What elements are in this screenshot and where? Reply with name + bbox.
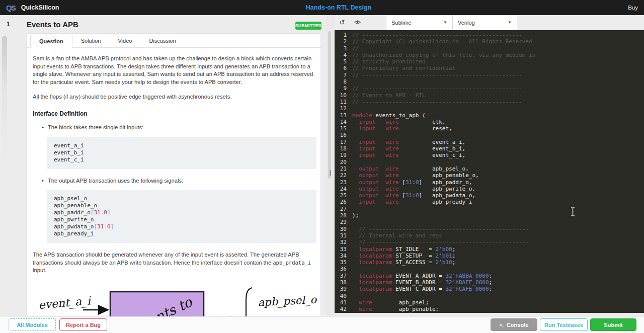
flops-note: All the flops (if any) should be positiv… [33, 93, 316, 101]
resizer-grip-icon: ••• [330, 170, 331, 176]
code-line[interactable]: 33 localparam ST_IDLE = 2'b00; [335, 246, 644, 253]
code-line[interactable]: 20 [335, 159, 644, 165]
code-line[interactable]: 35 localparam ST_ACCESS = 2'b10; [335, 259, 644, 266]
theme-select[interactable]: Sublime▼ [386, 15, 452, 30]
code-line[interactable]: 30 // ----------------------------------… [335, 226, 644, 232]
code-line[interactable]: 21 output wire apb_psel_o, [335, 165, 644, 172]
code-line[interactable]: 13module events_to_apb ( [335, 112, 644, 119]
interface-list-2: The output APB transaction uses the foll… [42, 177, 316, 185]
panel-resizer-thumb[interactable] [328, 31, 331, 179]
code-line[interactable]: 15 input wire reset, [335, 125, 644, 132]
console-button[interactable]: >_Console [491, 318, 537, 331]
code-line[interactable]: 19 input wire event_c_i, [335, 152, 644, 158]
code-line[interactable]: 5// strictly prohibited [335, 58, 644, 65]
signal-name: event_a_i [54, 142, 309, 149]
code-line[interactable]: 22 output wire apb_penable_o, [335, 172, 644, 179]
code-line[interactable]: 10// Events to APB - RTL [335, 92, 644, 99]
code-line[interactable]: 3// [335, 45, 644, 52]
code-line[interactable]: 2// Copyright (C) quicksilicon.io - All … [335, 38, 644, 45]
footer-bar: All Modules Report a Bug >_Console Run T… [0, 317, 644, 333]
block-diagram-svg: event_a_i event_b_i event_c_i Events to … [33, 282, 321, 317]
question-content: Sam is a fan of the AMBA APB protocol an… [27, 48, 320, 317]
quicksilicon-logo-icon[interactable]: QS [6, 4, 15, 12]
code-line[interactable]: 25 output wire [31:0] apb_pwdata_o, [335, 192, 644, 199]
interface-list: The block takes three single bit inputs: [42, 124, 316, 132]
question-title: Events to APB [27, 20, 78, 29]
code-line[interactable]: 42 wire apb_penable; [335, 306, 644, 312]
code-line[interactable]: 28); [335, 212, 644, 219]
tab-video[interactable]: Video [109, 35, 140, 48]
run-testcases-button[interactable]: Run Testcases [540, 318, 588, 331]
signal-name: apb_pwrite_o [54, 216, 309, 223]
code-line[interactable]: 12 [335, 105, 644, 112]
tab-question[interactable]: Question [30, 35, 72, 48]
code-line[interactable]: 6// Proprietary and confidential [335, 65, 644, 71]
code-line[interactable]: 17 input wire event_a_i, [335, 139, 644, 145]
intro-paragraph: Sam is a fan of the AMBA APB protocol an… [33, 55, 316, 86]
signal-name: apb_pwdata_o[31:0] [54, 223, 309, 230]
report-bug-button[interactable]: Report a Bug [59, 318, 107, 331]
inline-code-apb-prdata: apb_prdata_i [273, 260, 311, 266]
inputs-bullet: The block takes three single bit inputs: [42, 124, 316, 132]
code-line[interactable]: 1// ------------------------------------… [335, 32, 644, 38]
left-scrollbar[interactable] [2, 36, 7, 162]
code-line[interactable]: 32 // ----------------------------------… [335, 239, 644, 245]
diagram-output-psel: apb_psel_o [258, 293, 317, 308]
code-line[interactable]: 41 wire apb_psel; [335, 299, 644, 306]
format-code-icon[interactable]: </> [350, 20, 365, 25]
code-line[interactable]: 39 localparam EVENT_C_ADDR = 32'hCAFE_00… [335, 286, 644, 292]
code-line[interactable]: 7// ------------------------------------… [335, 72, 644, 78]
code-line[interactable]: 40 [335, 293, 644, 299]
interface-definition-heading: Interface Definition [33, 110, 316, 118]
code-line[interactable]: 14 input wire clk, [335, 119, 644, 125]
block-diagram: event_a_i event_b_i event_c_i Events to … [33, 282, 316, 317]
top-bar: QS QuickSilicon Hands-on RTL Design Buy [0, 0, 644, 15]
all-modules-button[interactable]: All Modules [9, 318, 56, 331]
output-brace [241, 288, 252, 317]
question-number: 1 [7, 21, 10, 28]
signal-name: apb_paddr_o[31:0] [54, 209, 309, 216]
code-line[interactable]: 31 // Internal wire and regs [335, 232, 644, 239]
course-title: Hands-on RTL Design [306, 4, 371, 11]
signal-name: apb_pready_i [54, 230, 309, 237]
signal-name: event_b_i [54, 149, 309, 156]
chevron-down-icon: ▼ [508, 20, 512, 25]
editor-toolbar: ↺ </> Sublime▼ Verilog▼ [335, 15, 644, 30]
code-line[interactable]: 27 [335, 206, 644, 212]
panel-resizer[interactable]: ••• [326, 15, 335, 317]
code-line[interactable]: 18 input wire event_b_i, [335, 145, 644, 152]
brand-name[interactable]: QuickSilicon [21, 4, 59, 11]
code-line[interactable]: 38 localparam EVENT_B_ADDR = 32'hBAFF_00… [335, 279, 644, 286]
terminal-prompt-icon: >_ [500, 322, 504, 327]
signal-name: event_c_i [54, 156, 309, 163]
question-card: Question Solution Video Discussion Sam i… [26, 33, 321, 317]
signal-name: apb_psel_o [54, 195, 309, 202]
code-line[interactable]: 37 localparam EVENT_A_ADDR = 32'hABBA_00… [335, 273, 644, 279]
status-badge: SUBMITTED [295, 22, 321, 30]
code-line[interactable]: 36 [335, 266, 644, 272]
transaction-note: The APB transaction should be generated … [33, 251, 316, 275]
inputs-code-block: event_a_ievent_b_ievent_c_i [47, 137, 316, 169]
code-line[interactable]: 16 [335, 132, 644, 138]
code-line[interactable]: 29 [335, 219, 644, 225]
code-line[interactable]: 34 localparam ST_SETUP = 2'b01; [335, 253, 644, 259]
tab-solution[interactable]: Solution [72, 35, 110, 48]
code-line[interactable]: 8 [335, 78, 644, 85]
code-editor[interactable]: 1// ------------------------------------… [335, 30, 644, 313]
code-line[interactable]: 4// Unauthorized copying of this file, v… [335, 52, 644, 58]
outputs-code-block: apb_psel_oapb_penable_oapb_paddr_o[31:0]… [47, 190, 316, 243]
submit-button[interactable]: Submit [590, 318, 636, 331]
app-window: QS QuickSilicon Hands-on RTL Design Buy … [0, 0, 644, 333]
code-line[interactable]: 9// ------------------------------------… [335, 85, 644, 92]
chevron-down-icon: ▼ [443, 20, 447, 25]
code-line[interactable]: 11// -----------------------------------… [335, 99, 644, 105]
undo-icon[interactable]: ↺ [335, 19, 350, 26]
code-line[interactable]: 23 output wire [31:0] apb_paddr_o, [335, 179, 644, 186]
tab-discussion[interactable]: Discussion [140, 35, 184, 48]
buy-button[interactable]: Buy [628, 5, 638, 11]
code-line[interactable]: 24 output wire apb_pwrite_o, [335, 186, 644, 192]
language-select[interactable]: Verilog▼ [452, 15, 517, 30]
signal-name: apb_penable_o [54, 202, 309, 209]
question-tabs: Question Solution Video Discussion [27, 35, 320, 48]
code-line[interactable]: 26 input wire apb_pready_i [335, 199, 644, 205]
